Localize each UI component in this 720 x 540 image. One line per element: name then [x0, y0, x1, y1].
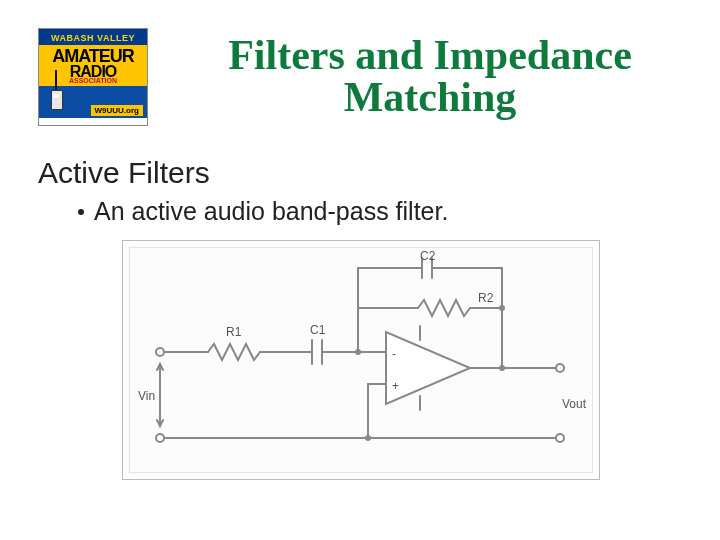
circuit-svg: - + R1 C1 C2 R2 Vin Vout [130, 248, 590, 472]
r2-label: R2 [478, 291, 494, 305]
r1-label: R1 [226, 325, 242, 339]
vin-label: Vin [138, 389, 155, 403]
slide: WABASH VALLEY AMATEUR RADIO ASSOCIATION … [0, 0, 720, 540]
c2-label: C2 [420, 249, 436, 263]
bullet-text: An active audio band-pass filter. [94, 198, 448, 226]
circuit-diagram-inner: - + R1 C1 C2 R2 Vin Vout [129, 247, 593, 473]
bullet-item: An active audio band-pass filter. [78, 198, 448, 226]
opamp-minus-label: - [392, 347, 396, 361]
logo-url: W9UUU.org [91, 105, 143, 116]
title-line-1: Filters and Impedance [228, 32, 632, 78]
club-logo: WABASH VALLEY AMATEUR RADIO ASSOCIATION … [38, 28, 148, 126]
logo-header: WABASH VALLEY [39, 29, 147, 45]
logo-footer: W9UUU.org [39, 86, 147, 118]
bullet-dot-icon [78, 209, 84, 215]
svg-point-0 [156, 348, 164, 356]
section-heading: Active Filters [38, 156, 210, 189]
handheld-radio-icon [49, 68, 63, 110]
svg-point-19 [499, 305, 505, 311]
circuit-diagram: - + R1 C1 C2 R2 Vin Vout [122, 240, 600, 480]
title-line-2: Matching [344, 74, 517, 120]
svg-point-29 [556, 364, 564, 372]
c1-label: C1 [310, 323, 326, 337]
svg-point-1 [156, 434, 164, 442]
svg-point-30 [556, 434, 564, 442]
page-title: Filters and Impedance Matching [160, 34, 700, 118]
vout-label: Vout [562, 397, 587, 411]
svg-marker-22 [386, 332, 470, 404]
opamp-plus-label: + [392, 379, 399, 393]
